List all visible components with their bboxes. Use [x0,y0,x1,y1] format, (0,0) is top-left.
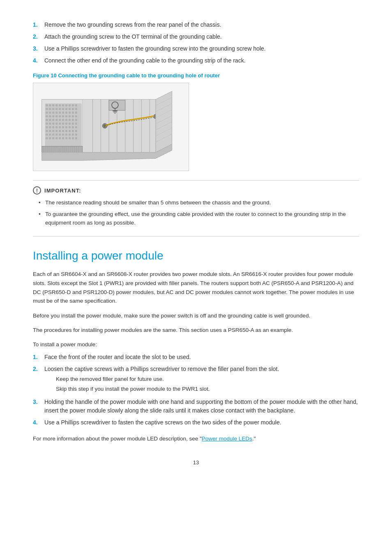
svg-rect-72 [75,126,77,128]
svg-rect-88 [62,134,64,136]
step-text-3: Use a Phillips screwdriver to fasten the… [44,44,266,53]
grounding-steps: 1. Remove the two grounding screws from … [33,21,359,65]
svg-rect-71 [72,126,74,128]
install-step-num-2: 2. [33,365,40,394]
important-icon: ! [33,186,41,195]
svg-rect-112 [109,100,125,111]
svg-rect-77 [59,130,61,132]
svg-rect-68 [62,126,64,128]
svg-rect-89 [65,134,67,136]
svg-rect-15 [52,108,54,110]
svg-rect-52 [75,119,77,121]
svg-rect-30 [69,111,71,114]
svg-rect-33 [46,115,48,117]
svg-rect-46 [55,119,58,121]
install-step-num-1: 1. [33,353,40,362]
svg-rect-42 [75,115,77,117]
sub-note-2: Skip this step if you install the power … [44,385,279,393]
install-step-text-3: Holding the handle of the power module w… [44,398,359,415]
step-num-2: 2. [33,32,40,41]
svg-rect-49 [65,119,67,121]
svg-rect-19 [65,108,67,110]
svg-rect-75 [52,130,54,132]
sub-note-1: Keep the removed filler panel for future… [44,375,279,383]
svg-rect-9 [65,104,67,107]
important-box: ! IMPORTANT: The resistance reading shou… [33,180,359,236]
to-install-label: To install a power module: [33,341,359,349]
important-bullet-1: The resistance reading should be smaller… [45,199,359,207]
svg-rect-102 [75,137,77,139]
svg-rect-62 [75,123,77,125]
svg-rect-67 [59,126,61,128]
svg-rect-56 [55,123,58,125]
svg-rect-73 [46,130,48,132]
svg-rect-90 [69,134,71,136]
svg-rect-25 [52,111,54,114]
install-step-text-1: Face the front of the router and locate … [44,353,191,362]
svg-rect-53 [46,123,48,125]
svg-rect-92 [75,134,77,136]
important-bullets: The resistance reading should be smaller… [33,199,359,227]
svg-rect-69 [65,126,67,128]
section-heading: Installing a power module [33,249,359,263]
footer-text-post: ." [252,436,256,442]
svg-rect-66 [55,126,58,128]
svg-rect-27 [59,111,61,114]
footer-line: For more information about the power mod… [33,434,359,443]
svg-rect-84 [49,134,51,136]
svg-rect-41 [72,115,74,117]
step-num-4: 4. [33,56,40,65]
svg-rect-64 [49,126,51,128]
step-text-2: Attach the grounding screw to the OT ter… [44,32,222,41]
svg-rect-4 [49,104,51,107]
svg-rect-35 [52,115,54,117]
svg-rect-17 [59,108,61,110]
svg-rect-58 [62,123,64,125]
body-paragraph-1: Each of an SR6604-X and an SR6608-X rout… [33,270,359,305]
svg-rect-37 [59,115,61,117]
important-header: ! IMPORTANT: [33,186,359,195]
svg-rect-31 [72,111,74,114]
svg-rect-74 [49,130,51,132]
svg-rect-16 [55,108,58,110]
grounding-step-1: 1. Remove the two grounding screws from … [33,21,359,29]
svg-rect-70 [69,126,71,128]
svg-rect-43 [46,119,48,121]
install-step-1: 1. Face the front of the router and loca… [33,353,359,362]
svg-rect-95 [52,137,54,139]
svg-rect-97 [59,137,61,139]
svg-rect-100 [69,137,71,139]
svg-rect-61 [72,123,74,125]
svg-rect-12 [75,104,77,107]
svg-rect-44 [49,119,51,121]
svg-rect-59 [65,123,67,125]
svg-rect-98 [62,137,64,139]
install-step-num-3: 3. [33,398,40,415]
body-paragraph-2: Before you install the power module, mak… [33,311,359,320]
svg-rect-45 [52,119,54,121]
svg-rect-54 [49,123,51,125]
svg-rect-10 [69,104,71,107]
install-step-4: 4. Use a Phillips screwdriver to fasten … [33,418,359,427]
svg-rect-38 [62,115,64,117]
svg-rect-81 [72,130,74,132]
svg-rect-26 [55,111,58,114]
svg-rect-22 [75,108,77,110]
svg-rect-18 [62,108,64,110]
figure-illustration [33,83,189,171]
svg-rect-28 [62,111,64,114]
svg-rect-6 [55,104,58,107]
svg-rect-48 [62,119,64,121]
svg-rect-3 [46,104,48,107]
footer-link[interactable]: Power module LEDs [202,436,252,442]
svg-rect-94 [49,137,51,139]
svg-rect-34 [49,115,51,117]
svg-rect-76 [55,130,58,132]
svg-rect-86 [55,134,58,136]
install-step-text-4: Use a Phillips screwdriver to fasten the… [44,418,281,427]
svg-rect-91 [72,134,74,136]
svg-rect-7 [59,104,61,107]
svg-rect-78 [62,130,64,132]
install-steps: 1. Face the front of the router and loca… [33,353,359,427]
svg-rect-85 [52,134,54,136]
